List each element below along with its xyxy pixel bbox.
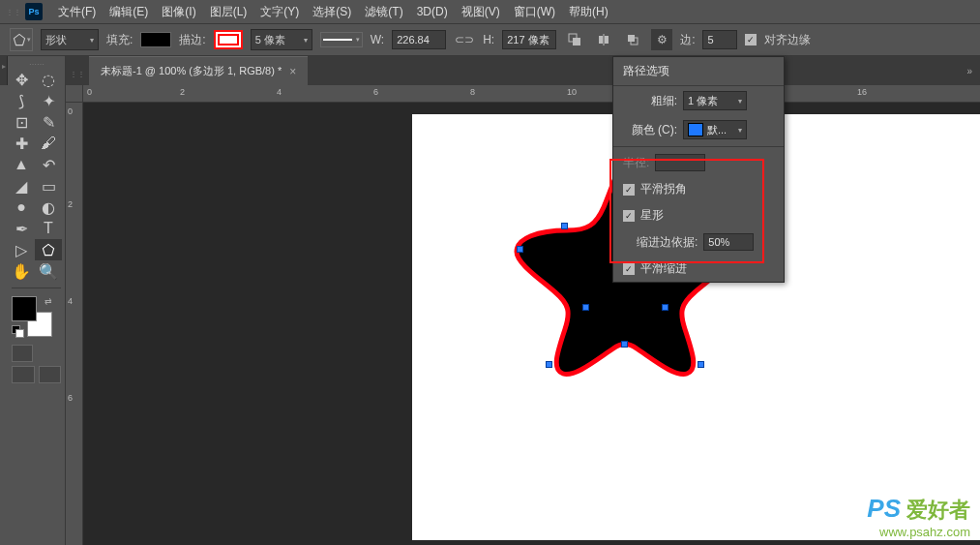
stroke-width-value: 5 像素 [255,33,285,47]
star-checkbox[interactable]: ✓ [623,210,635,222]
menu-select[interactable]: 选择(S) [307,2,357,22]
default-colors-icon[interactable] [12,325,23,337]
close-tab-icon[interactable]: × [289,65,296,78]
svg-marker-0 [14,34,24,45]
fill-label: 填充: [106,32,133,48]
stroke-color-swatch[interactable] [214,30,243,49]
anchor-point[interactable] [621,341,628,348]
crop-tool[interactable]: ⊡ [8,111,35,133]
height-input[interactable] [502,30,556,49]
horizontal-ruler[interactable]: 0 2 4 6 8 10 12 14 16 [83,85,980,103]
foreground-color[interactable] [12,296,37,321]
swap-colors-icon[interactable]: ⇄ [45,296,52,306]
indent-input[interactable] [703,233,754,251]
canvas-viewport[interactable] [83,103,980,545]
menu-3d[interactable]: 3D(D) [411,3,454,20]
shape-tool[interactable] [35,239,62,260]
path-operations-icon[interactable] [564,29,585,50]
brush-tool[interactable]: 🖌 [35,133,62,154]
sides-input[interactable] [702,30,737,49]
app-logo: Ps [25,3,43,20]
wand-tool[interactable]: ✦ [35,90,62,111]
menu-window[interactable]: 窗口(W) [508,2,561,22]
fill-color-swatch[interactable] [140,32,171,47]
color-picker[interactable]: ⇄ [12,296,52,337]
watermark: PS 爱好者 www.psahz.com [867,494,970,539]
drag-handle[interactable]: ⋮⋮ [4,8,23,16]
gear-icon[interactable]: ⚙ [651,29,672,50]
radius-input[interactable] [655,154,705,171]
anchor-point[interactable] [662,304,668,311]
thickness-dropdown[interactable]: 1 像素▾ [683,91,747,110]
anchor-point[interactable] [517,246,523,253]
menu-file[interactable]: 文件(F) [52,2,102,22]
indent-label: 缩进边依据: [637,234,698,251]
menu-image[interactable]: 图像(I) [156,2,201,22]
move-tool[interactable]: ✥ [8,69,35,90]
hand-tool[interactable]: ✋ [8,260,35,282]
link-wh-icon[interactable]: ⊂⊃ [454,29,475,50]
screenmode-button-2[interactable] [39,366,62,383]
anchor-point[interactable] [698,361,704,368]
document-tab[interactable]: 未标题-1 @ 100% (多边形 1, RGB/8) * × [89,56,308,85]
smooth-indent-checkbox[interactable]: ✓ [623,263,635,275]
polygon-icon [13,33,26,46]
smooth-corners-checkbox[interactable]: ✓ [623,184,635,196]
path-arrangement-icon[interactable] [622,29,643,50]
anchor-point[interactable] [561,223,568,229]
svg-rect-2 [573,38,580,45]
panel-collapse-handle[interactable]: ▸ [0,56,8,85]
tab-drag-handle[interactable]: ⋮⋮ [66,64,89,78]
type-tool[interactable]: T [35,218,62,239]
options-bar: ▾ 形状 ▾ 填充: 描边: 5 像素 ▾ ▾ W: ⊂⊃ H: ⚙ 边: ✓ … [0,23,980,56]
svg-marker-8 [43,244,53,255]
document-area: ⋮⋮ 未标题-1 @ 100% (多边形 1, RGB/8) * × » 0 2… [66,56,980,545]
smooth-corners-label: 平滑拐角 [640,181,687,197]
shape-mode-label: 形状 [45,33,67,47]
menu-help[interactable]: 帮助(H) [563,2,614,22]
path-color-dropdown[interactable]: 默...▾ [683,120,747,139]
eraser-tool[interactable]: ◢ [8,175,35,197]
path-color-label: 颜色 (C): [623,122,677,138]
align-edges-checkbox[interactable]: ✓ [745,34,757,45]
stroke-style-dropdown[interactable]: ▾ [320,32,363,47]
stamp-tool[interactable]: ▲ [8,154,35,175]
vertical-ruler[interactable]: 0 2 4 6 [66,103,83,545]
height-label: H: [483,33,494,46]
menu-type[interactable]: 文字(Y) [254,2,305,22]
stroke-width-dropdown[interactable]: 5 像素 ▾ [251,29,312,50]
screenmode-button[interactable] [12,366,35,383]
heal-tool[interactable]: ✚ [8,133,35,154]
ruler-origin[interactable] [66,85,83,103]
lasso-tool[interactable]: ⟆ [8,90,35,111]
path-color-chip [688,123,703,136]
eyedropper-tool[interactable]: ✎ [35,111,62,133]
width-label: W: [371,33,384,46]
popup-title: 路径选项 [613,57,784,86]
anchor-point[interactable] [582,304,589,311]
blur-tool[interactable]: ● [8,197,35,218]
menu-filter[interactable]: 滤镜(T) [359,2,408,22]
marquee-tool[interactable]: ◌ [35,69,62,90]
quickmask-icon[interactable] [12,345,33,362]
pen-tool[interactable]: ✒ [8,218,35,239]
menu-layer[interactable]: 图层(L) [204,2,253,22]
menu-edit[interactable]: 编辑(E) [104,2,154,22]
menu-view[interactable]: 视图(V) [456,2,506,22]
tool-preset-polygon[interactable]: ▾ [10,28,33,51]
align-edges-label: 对齐边缘 [764,32,811,48]
zoom-tool[interactable]: 🔍 [35,260,62,282]
width-input[interactable] [392,30,446,49]
gradient-tool[interactable]: ▭ [35,175,62,197]
smooth-indent-label: 平滑缩进 [640,260,687,277]
path-select-tool[interactable]: ▷ [8,239,35,260]
shape-mode-dropdown[interactable]: 形状 ▾ [41,29,99,50]
document-tab-title: 未标题-1 @ 100% (多边形 1, RGB/8) * [101,64,282,78]
history-brush-tool[interactable]: ↶ [35,154,62,175]
svg-rect-4 [605,36,609,44]
tab-overflow-icon[interactable]: » [959,66,980,76]
dodge-tool[interactable]: ◐ [35,197,62,218]
path-alignment-icon[interactable] [593,29,614,50]
anchor-point[interactable] [546,361,552,368]
document-tab-bar: ⋮⋮ 未标题-1 @ 100% (多边形 1, RGB/8) * × » [66,56,980,85]
